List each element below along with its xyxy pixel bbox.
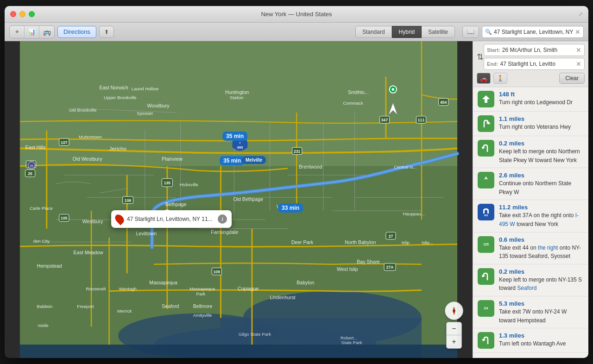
svg-text:Old Brookville: Old Brookville <box>69 107 96 113</box>
direction-text-8: 5.3 miles Take exit 7W onto NY-24 W towa… <box>499 300 584 324</box>
zoom-in-button[interactable]: + <box>447 335 461 348</box>
svg-text:25: 25 <box>30 164 33 168</box>
time-bubble-melville: Melville <box>242 156 266 164</box>
start-clear-icon[interactable]: ✕ <box>576 46 581 54</box>
end-clear-icon[interactable]: ✕ <box>576 60 581 68</box>
time-bubble-3: 33 min <box>278 203 303 213</box>
svg-text:Seaford: Seaford <box>162 303 179 309</box>
svg-text:Upper Brookville: Upper Brookville <box>104 95 137 100</box>
route-swap-icon[interactable]: ⇅ <box>477 52 484 62</box>
direction-distance-7: 0.2 miles <box>499 268 584 275</box>
svg-text:Smithto...: Smithto... <box>348 89 369 95</box>
info-button[interactable]: i <box>218 214 227 224</box>
minimize-button[interactable] <box>19 11 25 17</box>
direction-distance-8: 5.3 miles <box>499 300 584 307</box>
end-input-row: End: 47 Starlight Ln, Levitto ✕ <box>484 58 585 70</box>
direction-distance-5: 11.2 miles <box>499 204 584 211</box>
svg-text:Wantagh: Wantagh <box>119 286 137 291</box>
direction-distance-4: 2.6 miles <box>499 172 584 179</box>
map-type-hybrid[interactable]: Hybrid <box>392 26 422 38</box>
compass-button[interactable] <box>445 301 463 320</box>
svg-text:Gilgo State Park: Gilgo State Park <box>239 332 271 337</box>
traffic-button[interactable]: 📊 <box>25 26 39 38</box>
svg-text:East Meadow: East Meadow <box>74 250 103 255</box>
svg-point-101 <box>453 310 455 312</box>
directions-button[interactable]: Directions <box>57 26 96 38</box>
svg-text:Station: Station <box>230 95 244 100</box>
svg-text:Roosevelt: Roosevelt <box>86 286 106 291</box>
close-button[interactable] <box>10 11 16 17</box>
map-type-group: Standard Hybrid Satellite <box>355 26 455 38</box>
svg-text:454: 454 <box>440 100 447 105</box>
toolbar: ⌖ 📊 🚌 Directions ⬆ Standard Hybrid Satel… <box>5 23 588 41</box>
location-button[interactable]: ⌖ <box>10 26 25 38</box>
end-label: End: <box>487 61 498 67</box>
svg-text:25: 25 <box>28 171 32 176</box>
end-value[interactable]: 47 Starlight Ln, Levitto <box>500 61 574 67</box>
direction-desc-1: Turn right onto Ledgewood Dr <box>499 99 573 106</box>
map-type-standard[interactable]: Standard <box>355 26 392 38</box>
clear-button[interactable]: Clear <box>559 73 585 84</box>
svg-text:Babylon: Babylon <box>296 280 314 285</box>
svg-text:Robert...: Robert... <box>341 335 358 340</box>
zoom-out-button[interactable]: − <box>447 322 461 335</box>
direction-step-5: 495 11.2 miles Take exit 37A on the righ… <box>473 200 588 232</box>
svg-text:East Hills: East Hills <box>25 144 46 150</box>
svg-text:State Park: State Park <box>341 340 362 345</box>
map-area[interactable]: 135 107 25 25 106 105 109 347 111 454 <box>5 41 473 358</box>
direction-desc-5: Take exit 37A on the right onto I-495 W … <box>499 212 579 227</box>
svg-text:West Islip: West Islip <box>337 266 358 272</box>
svg-text:105: 105 <box>61 216 68 220</box>
direction-step-1: 148 ft Turn right onto Ledgewood Dr <box>473 87 588 112</box>
share-button[interactable]: ⬆ <box>99 26 114 38</box>
direction-step-7: 0.2 miles Keep left to merge onto NY-135… <box>473 264 588 296</box>
svg-text:347: 347 <box>381 118 388 122</box>
svg-text:Old Bethpage: Old Bethpage <box>233 196 263 202</box>
walk-transport-button[interactable]: 🚶 <box>493 73 507 84</box>
svg-text:Commack: Commack <box>343 100 363 106</box>
car-transport-button[interactable]: 🚗 <box>477 73 491 84</box>
direction-desc-6: Take exit 44 on the right onto NY-135 to… <box>499 245 581 260</box>
direction-text-4: 2.6 miles Continue onto Northern State P… <box>499 172 584 196</box>
time-bubble-1: 35 min <box>222 132 247 141</box>
direction-desc-8: Take exit 7W onto NY-24 W toward Hempste… <box>499 308 567 324</box>
direction-icon-1 <box>478 91 494 107</box>
fullscreen-icon[interactable]: ⤢ <box>579 11 583 17</box>
svg-text:24: 24 <box>484 306 488 310</box>
bookmarks-button[interactable]: 📖 <box>462 26 479 38</box>
search-clear-icon[interactable]: ✕ <box>575 28 580 36</box>
direction-text-9: 1.3 miles Turn left onto Wantagh Ave <box>499 332 584 348</box>
popup-address: 47 Starlight Ln, Levittown, NY 11... <box>127 216 214 222</box>
time-bubble-2: 35 min <box>220 156 245 165</box>
start-value[interactable]: 26 McArthur Ln, Smith <box>502 47 574 53</box>
direction-text-5: 11.2 miles Take exit 37A on the right on… <box>499 204 584 228</box>
svg-text:Copiague: Copiague <box>238 286 259 291</box>
svg-text:27A: 27A <box>386 265 394 270</box>
direction-icon-9 <box>478 332 494 349</box>
svg-text:Muttontown: Muttontown <box>79 134 102 139</box>
svg-text:Islip...: Islip... <box>422 240 433 245</box>
map-type-satellite[interactable]: Satellite <box>422 26 455 38</box>
location-popup: 47 Starlight Ln, Levittown, NY 11... i <box>111 210 232 228</box>
search-input[interactable] <box>494 29 573 35</box>
svg-rect-8 <box>20 345 457 358</box>
maximize-button[interactable] <box>29 11 35 17</box>
svg-text:Jericho: Jericho <box>109 146 126 151</box>
zoom-controls: − + <box>446 322 462 349</box>
svg-text:Woodbury: Woodbury <box>147 103 170 108</box>
svg-text:Amityville: Amityville <box>193 313 212 318</box>
svg-text:East Norwich: East Norwich <box>99 85 128 90</box>
svg-text:Bellmore: Bellmore <box>193 303 213 309</box>
svg-text:Baldwin: Baldwin <box>37 304 53 309</box>
traffic-lights <box>10 11 35 17</box>
direction-step-2: 1.1 miles Turn right onto Veterans Hwy <box>473 112 588 136</box>
svg-text:Freeport: Freeport <box>77 304 94 309</box>
direction-icon-7 <box>478 268 494 285</box>
svg-text:135: 135 <box>483 243 489 246</box>
svg-text:Brentwood: Brentwood <box>299 164 322 169</box>
svg-marker-107 <box>484 176 488 184</box>
start-label: Start: <box>487 47 500 53</box>
svg-text:Hempstead: Hempstead <box>37 263 62 269</box>
transit-button[interactable]: 🚌 <box>39 26 54 38</box>
direction-text-1: 148 ft Turn right onto Ledgewood Dr <box>499 91 584 107</box>
